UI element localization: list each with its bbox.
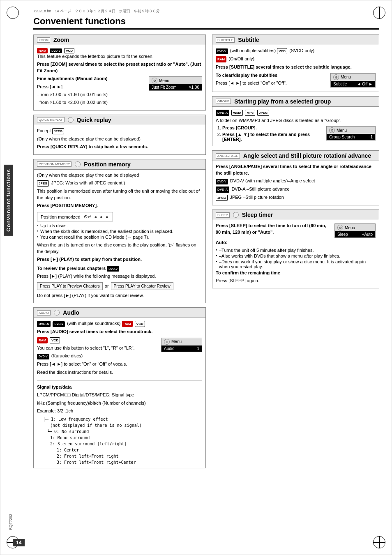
sleep-auto-1: –Turns the unit off 5 minutes after play… (216, 248, 376, 253)
angle-dvdv-note: DVD-V DVD-V (with multiple angles)–Angle… (216, 178, 376, 184)
sleep-header: SLEEP Sleep timer (212, 210, 379, 220)
zoom-body: RAM DVD-V VCD This feature expands the l… (34, 45, 205, 110)
badge-wma-g: WMA (231, 110, 243, 116)
angle-press: Press [ANGLE/PAGE] several times to sele… (216, 164, 376, 176)
page-header: 7252En.fm 14 ページ ２００３年１２月２４日 水曜日 午前９時３６分 (25, 9, 379, 14)
sleep-menu-area: ⊙ Menu Sleep ÷Auto Press [SLEEP] to sele… (216, 223, 376, 240)
zoom-menu-title: Menu (159, 78, 169, 83)
sleep-auto-title: Auto: (216, 240, 376, 246)
group-menu-box: ⊙ Menu Group Search ÷1 (326, 126, 376, 140)
signal-title: Signal type/data (37, 384, 202, 390)
pm-bullet-3: You cannot recall the position in CD Mod… (37, 235, 202, 240)
group-menu-title: Menu (337, 128, 347, 133)
position-memory-bullets: Up to 5 discs. When the sixth disc is me… (37, 223, 202, 240)
press-play-box2: Press PLAY to Chapter Review (111, 282, 173, 290)
audio-menu-icon: ⊙ (164, 339, 170, 345)
rqt-label: RQT7292 (9, 514, 13, 530)
audio-menu-value: 1 (197, 346, 199, 351)
position-memory-unit-on: When the unit is turned on or the disc c… (37, 242, 202, 255)
zoom-press-label: Press [ZOOM] several times to select the… (37, 61, 202, 74)
group-menu-header: ⊙ Menu (327, 127, 375, 134)
content-area: ZOOM Zoom RAM DVD-V VCD This feature exp… (33, 35, 379, 472)
audio-header: AUDIO Audio (34, 308, 205, 318)
audio-title: Audio (63, 309, 79, 316)
group-header: GROUP Starting play from a selected grou… (212, 97, 379, 107)
group-menu-value: ÷1 (368, 135, 373, 139)
audio-divider (37, 380, 202, 381)
position-memory-body: (Only when the elapsed play time can be … (34, 170, 205, 303)
quick-replay-body: Except JPEG (Only when the elapsed play … (34, 125, 205, 154)
subtitle-ram-note: (On/Off only) (228, 56, 254, 61)
badge-dvda-g: DVD-A (216, 110, 229, 116)
subtitle-ram: RAM (On/Off only) (216, 56, 376, 62)
group-steps-area: ⊙ Menu Group Search ÷1 Press [GROUP]. (216, 125, 376, 143)
signal-text1: LPCM/PPCM/□□ Digital/DTS/MPEG: Signal ty… (37, 392, 202, 398)
quick-replay-note: (Only when the elapsed play time can be … (37, 136, 202, 142)
badge-jpeg-pm: JPEG (37, 180, 49, 187)
subtitle-menu-icon: ⊙ (333, 74, 339, 80)
position-memory-icon2: ⊙⇌ (84, 214, 91, 219)
subtitle-menu-title: Menu (341, 75, 351, 79)
badge-mp3-g: MP3 (245, 110, 255, 116)
badge-dvda-audio: DVD-A (37, 321, 51, 327)
pm-review-text: Press [►] (PLAY) while the following mes… (37, 273, 202, 279)
signal-item-0: ├─ 1: Low frequency effect (37, 416, 202, 422)
sleep-confirm-text: Press [SLEEP] again. (216, 278, 376, 284)
badge-vcd-sub: VCD (277, 48, 287, 54)
badge-dvdv-audio: DVD-V (53, 321, 65, 327)
zoom-tag: ZOOM (37, 37, 50, 43)
subtitle-menu-value: ◄ Off ► (357, 82, 373, 86)
angle-header: ANGLE/PAGE Angle select and Still pictur… (212, 151, 379, 161)
subtitle-press: Press [SUBTITLE] several times to select… (216, 64, 376, 70)
sleep-auto-2: –Also works with DVDs that show a menu a… (216, 253, 376, 258)
audio-karaoke-press: Press [◄ ►] to select "On" or "Off" of v… (37, 361, 202, 367)
angle-jpeg-note: JPEG JPEG –Still picture rotation (216, 194, 376, 201)
signal-item-3: 1: Mono surround (37, 435, 202, 441)
or-text: or (105, 283, 109, 288)
zoom-menu-area: ⊙ Menu Just Fit Zoom ×1.00 Fine adjustme… (37, 76, 202, 108)
badge-jpeg-angle: JPEG (216, 195, 228, 201)
sleep-title: Sleep timer (242, 212, 273, 218)
audio-badges: DVD-A DVD-V (with multiple soundtracks) … (37, 320, 202, 327)
badge-jpeg-qr: JPEG (52, 128, 64, 134)
zoom-from2: –from ×1.60 to ×2.00 (in 0.02 units) (37, 99, 202, 106)
audio-menu-label: Audio (164, 346, 175, 351)
audio-tag: AUDIO (37, 310, 51, 315)
quick-replay-header: QUICK REPLAY Quick replay (34, 115, 205, 125)
group-body: DVD-A WMA MP3 JPEG A folder on WMA/MP3 a… (212, 107, 379, 146)
badge-jpeg-g: JPEG (257, 110, 269, 116)
corner-mark-tr (373, 7, 385, 19)
position-memory-title: Position memory (84, 161, 131, 168)
angle-dvda-note: DVD-A DVD-A –Still picture advance (216, 186, 376, 193)
sleep-menu-icon: ⊙ (337, 225, 343, 230)
sleep-menu-value: ÷Auto (362, 232, 373, 237)
position-memory-review: To review the previous chapters DVD-V Pr… (37, 265, 202, 299)
subtitle-title: Subtitle (238, 37, 259, 43)
audio-menu-row: Audio 1 (161, 345, 202, 352)
pm-review-title: To review the previous chapters DVD-V (37, 265, 202, 272)
sleep-tag: SLEEP (216, 212, 230, 218)
angle-title: Angle select and Still picture rotation/… (243, 152, 371, 159)
subtitle-menu-label: Subtitle (333, 82, 347, 86)
badge-dvdv-angle: DVD-V (216, 179, 228, 184)
badge-vcd-audio: VCD (135, 321, 145, 327)
group-tag: GROUP (216, 99, 231, 104)
pm-bullet-2: When the sixth disc is memorized, the ea… (37, 229, 202, 234)
signal-item-5: 1: Center (37, 447, 202, 453)
group-menu-icon: ⊙ (329, 127, 335, 133)
position-memorized-text: Position memorized (41, 214, 81, 219)
subtitle-tag: SUBTITLE (216, 37, 235, 43)
badge-dvdv-sub: DVD-V (216, 48, 228, 54)
position-memory-tag: POSITION MEMORY (37, 161, 71, 167)
sleep-menu-header: ⊙ Menu (335, 224, 375, 231)
sidebar-label: Convenient functions (4, 165, 13, 236)
audio-press-label: Press [AUDIO] several times to select th… (37, 329, 202, 335)
badge-ram: RAM (37, 48, 48, 53)
zoom-title: Zoom (53, 37, 69, 43)
audio-menu-area: ⊙ Menu Audio 1 RAM VCD (37, 337, 202, 377)
audio-menu-box: ⊙ Menu Audio 1 (161, 338, 202, 352)
press-play-boxes: Press PLAY to Preview Chapters or Press … (37, 282, 202, 290)
pm-bullet-1: Up to 5 discs. (37, 223, 202, 228)
corner-mark-br (373, 536, 385, 548)
position-memory-press: Press [POSITION MEMORY]. (37, 203, 202, 209)
